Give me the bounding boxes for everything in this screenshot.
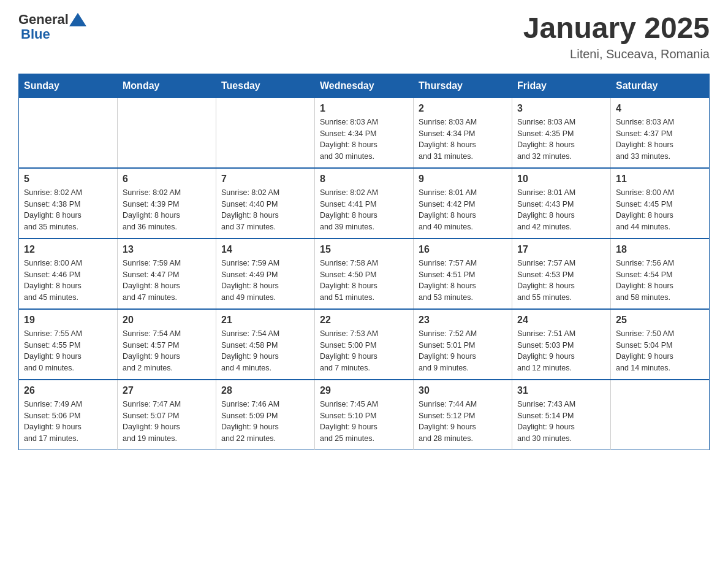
- day-info: Sunrise: 8:02 AM Sunset: 4:40 PM Dayligh…: [221, 187, 309, 233]
- calendar-cell: 20Sunrise: 7:54 AM Sunset: 4:57 PM Dayli…: [118, 309, 216, 380]
- day-info: Sunrise: 7:55 AM Sunset: 4:55 PM Dayligh…: [24, 328, 112, 374]
- column-header-tuesday: Tuesday: [216, 74, 315, 98]
- calendar-week-row: 12Sunrise: 8:00 AM Sunset: 4:46 PM Dayli…: [19, 239, 710, 309]
- page-header: General Blue January 2025 Liteni, Suceav…: [18, 12, 710, 61]
- day-info: Sunrise: 8:00 AM Sunset: 4:45 PM Dayligh…: [616, 187, 704, 233]
- day-number: 20: [123, 315, 211, 326]
- column-header-thursday: Thursday: [414, 74, 512, 98]
- day-number: 5: [24, 174, 112, 185]
- day-info: Sunrise: 8:02 AM Sunset: 4:39 PM Dayligh…: [123, 187, 211, 233]
- svg-marker-0: [69, 13, 86, 26]
- calendar-cell: 9Sunrise: 8:01 AM Sunset: 4:42 PM Daylig…: [414, 168, 512, 239]
- calendar-cell: 16Sunrise: 7:57 AM Sunset: 4:51 PM Dayli…: [414, 239, 512, 309]
- column-header-sunday: Sunday: [19, 74, 118, 98]
- calendar-subtitle: Liteni, Suceava, Romania: [523, 47, 710, 61]
- day-number: 28: [221, 385, 309, 396]
- day-number: 14: [221, 244, 309, 255]
- calendar-cell: 29Sunrise: 7:45 AM Sunset: 5:10 PM Dayli…: [315, 380, 414, 450]
- calendar-cell: 5Sunrise: 8:02 AM Sunset: 4:38 PM Daylig…: [19, 168, 118, 239]
- day-info: Sunrise: 7:56 AM Sunset: 4:54 PM Dayligh…: [616, 258, 704, 304]
- calendar-week-row: 26Sunrise: 7:49 AM Sunset: 5:06 PM Dayli…: [19, 380, 710, 450]
- calendar-week-row: 1Sunrise: 8:03 AM Sunset: 4:34 PM Daylig…: [19, 98, 710, 168]
- calendar-cell: [118, 98, 216, 168]
- calendar-cell: 4Sunrise: 8:03 AM Sunset: 4:37 PM Daylig…: [611, 98, 710, 168]
- day-info: Sunrise: 7:51 AM Sunset: 5:03 PM Dayligh…: [517, 328, 605, 374]
- day-number: 8: [320, 174, 408, 185]
- logo-general-text: General: [18, 12, 69, 27]
- column-header-friday: Friday: [512, 74, 611, 98]
- calendar-cell: 22Sunrise: 7:53 AM Sunset: 5:00 PM Dayli…: [315, 309, 414, 380]
- day-number: 31: [517, 385, 605, 396]
- logo: General Blue: [18, 12, 87, 42]
- day-number: 30: [419, 385, 507, 396]
- day-info: Sunrise: 7:49 AM Sunset: 5:06 PM Dayligh…: [24, 399, 112, 445]
- column-header-saturday: Saturday: [611, 74, 710, 98]
- calendar-header-row: SundayMondayTuesdayWednesdayThursdayFrid…: [19, 74, 710, 98]
- calendar-cell: 25Sunrise: 7:50 AM Sunset: 5:04 PM Dayli…: [611, 309, 710, 380]
- day-info: Sunrise: 7:44 AM Sunset: 5:12 PM Dayligh…: [419, 399, 507, 445]
- day-info: Sunrise: 8:03 AM Sunset: 4:37 PM Dayligh…: [616, 117, 704, 163]
- day-number: 6: [123, 174, 211, 185]
- calendar-cell: [19, 98, 118, 168]
- day-number: 3: [517, 103, 605, 114]
- calendar-cell: 10Sunrise: 8:01 AM Sunset: 4:43 PM Dayli…: [512, 168, 611, 239]
- day-number: 24: [517, 315, 605, 326]
- day-info: Sunrise: 8:03 AM Sunset: 4:34 PM Dayligh…: [320, 117, 408, 163]
- day-number: 1: [320, 103, 408, 114]
- calendar-cell: 2Sunrise: 8:03 AM Sunset: 4:34 PM Daylig…: [414, 98, 512, 168]
- day-number: 12: [24, 244, 112, 255]
- day-number: 29: [320, 385, 408, 396]
- day-number: 27: [123, 385, 211, 396]
- calendar-cell: 27Sunrise: 7:47 AM Sunset: 5:07 PM Dayli…: [118, 380, 216, 450]
- calendar-cell: 11Sunrise: 8:00 AM Sunset: 4:45 PM Dayli…: [611, 168, 710, 239]
- day-info: Sunrise: 7:57 AM Sunset: 4:53 PM Dayligh…: [517, 258, 605, 304]
- calendar-cell: 7Sunrise: 8:02 AM Sunset: 4:40 PM Daylig…: [216, 168, 315, 239]
- title-section: January 2025 Liteni, Suceava, Romania: [523, 12, 710, 61]
- day-number: 2: [419, 103, 507, 114]
- day-number: 13: [123, 244, 211, 255]
- day-number: 10: [517, 174, 605, 185]
- calendar-cell: 17Sunrise: 7:57 AM Sunset: 4:53 PM Dayli…: [512, 239, 611, 309]
- calendar-cell: 14Sunrise: 7:59 AM Sunset: 4:49 PM Dayli…: [216, 239, 315, 309]
- calendar-table: SundayMondayTuesdayWednesdayThursdayFrid…: [18, 74, 710, 450]
- calendar-cell: 12Sunrise: 8:00 AM Sunset: 4:46 PM Dayli…: [19, 239, 118, 309]
- calendar-cell: 13Sunrise: 7:59 AM Sunset: 4:47 PM Dayli…: [118, 239, 216, 309]
- day-info: Sunrise: 8:01 AM Sunset: 4:43 PM Dayligh…: [517, 187, 605, 233]
- calendar-cell: 24Sunrise: 7:51 AM Sunset: 5:03 PM Dayli…: [512, 309, 611, 380]
- calendar-cell: [216, 98, 315, 168]
- day-number: 19: [24, 315, 112, 326]
- day-info: Sunrise: 7:54 AM Sunset: 4:57 PM Dayligh…: [123, 328, 211, 374]
- calendar-title: January 2025: [523, 12, 710, 45]
- calendar-cell: 1Sunrise: 8:03 AM Sunset: 4:34 PM Daylig…: [315, 98, 414, 168]
- day-info: Sunrise: 8:00 AM Sunset: 4:46 PM Dayligh…: [24, 258, 112, 304]
- calendar-cell: 8Sunrise: 8:02 AM Sunset: 4:41 PM Daylig…: [315, 168, 414, 239]
- calendar-cell: [611, 380, 710, 450]
- calendar-week-row: 5Sunrise: 8:02 AM Sunset: 4:38 PM Daylig…: [19, 168, 710, 239]
- day-info: Sunrise: 7:59 AM Sunset: 4:49 PM Dayligh…: [221, 258, 309, 304]
- calendar-cell: 31Sunrise: 7:43 AM Sunset: 5:14 PM Dayli…: [512, 380, 611, 450]
- day-number: 16: [419, 244, 507, 255]
- day-number: 7: [221, 174, 309, 185]
- day-info: Sunrise: 7:47 AM Sunset: 5:07 PM Dayligh…: [123, 399, 211, 445]
- day-info: Sunrise: 8:02 AM Sunset: 4:38 PM Dayligh…: [24, 187, 112, 233]
- calendar-cell: 18Sunrise: 7:56 AM Sunset: 4:54 PM Dayli…: [611, 239, 710, 309]
- calendar-cell: 26Sunrise: 7:49 AM Sunset: 5:06 PM Dayli…: [19, 380, 118, 450]
- calendar-cell: 23Sunrise: 7:52 AM Sunset: 5:01 PM Dayli…: [414, 309, 512, 380]
- day-number: 9: [419, 174, 507, 185]
- day-info: Sunrise: 7:53 AM Sunset: 5:00 PM Dayligh…: [320, 328, 408, 374]
- day-info: Sunrise: 7:58 AM Sunset: 4:50 PM Dayligh…: [320, 258, 408, 304]
- day-number: 18: [616, 244, 704, 255]
- day-info: Sunrise: 8:03 AM Sunset: 4:35 PM Dayligh…: [517, 117, 605, 163]
- calendar-cell: 28Sunrise: 7:46 AM Sunset: 5:09 PM Dayli…: [216, 380, 315, 450]
- calendar-cell: 3Sunrise: 8:03 AM Sunset: 4:35 PM Daylig…: [512, 98, 611, 168]
- day-info: Sunrise: 7:54 AM Sunset: 4:58 PM Dayligh…: [221, 328, 309, 374]
- day-info: Sunrise: 7:57 AM Sunset: 4:51 PM Dayligh…: [419, 258, 507, 304]
- day-number: 23: [419, 315, 507, 326]
- calendar-cell: 30Sunrise: 7:44 AM Sunset: 5:12 PM Dayli…: [414, 380, 512, 450]
- column-header-wednesday: Wednesday: [315, 74, 414, 98]
- calendar-week-row: 19Sunrise: 7:55 AM Sunset: 4:55 PM Dayli…: [19, 309, 710, 380]
- day-number: 26: [24, 385, 112, 396]
- calendar-cell: 21Sunrise: 7:54 AM Sunset: 4:58 PM Dayli…: [216, 309, 315, 380]
- day-number: 15: [320, 244, 408, 255]
- day-number: 22: [320, 315, 408, 326]
